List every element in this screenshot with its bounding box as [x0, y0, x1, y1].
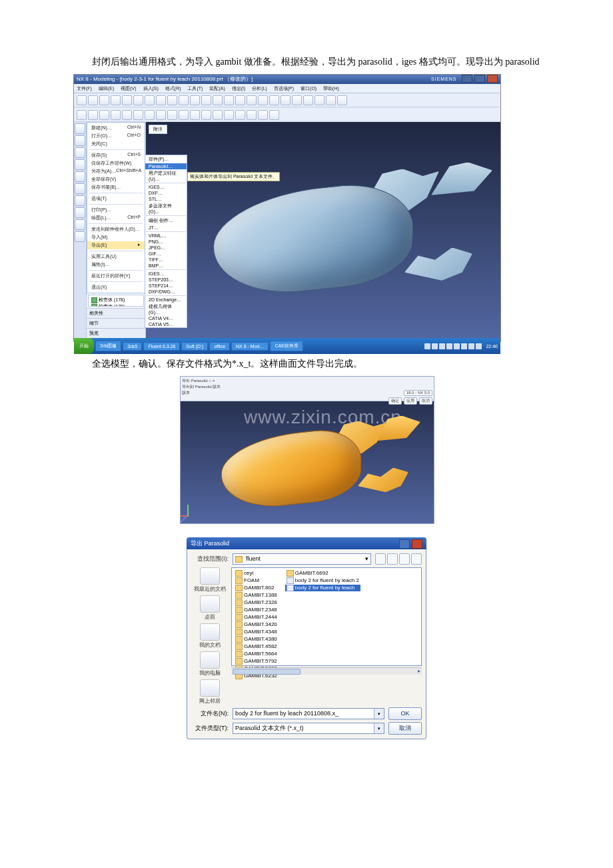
file-item[interactable]: GAMBIT.2328 — [234, 599, 279, 606]
look-in-select[interactable]: fluent ▾ — [233, 553, 371, 565]
toolbar-icon[interactable] — [213, 95, 223, 105]
submenu-item[interactable]: GIF… — [145, 251, 187, 257]
menu-item-export[interactable]: 导出(E)▸ — [87, 241, 145, 249]
submenu-item[interactable]: BMP… — [145, 263, 187, 269]
toolbar-icon[interactable] — [179, 95, 189, 105]
nx-toolbar-1[interactable] — [74, 93, 500, 107]
taskbar-button[interactable]: office — [209, 342, 230, 351]
menu-item[interactable]: 保存(S)Ctrl+S — [87, 151, 145, 159]
vtab-icon[interactable] — [75, 195, 85, 206]
version-select[interactable]: 18.0 - NX 5.0 — [404, 390, 432, 396]
toolbar-icon[interactable] — [201, 95, 211, 105]
window-buttons[interactable] — [461, 73, 498, 86]
toolbar-icon[interactable] — [269, 95, 279, 105]
toolbar-icon[interactable] — [111, 110, 121, 120]
file-item[interactable]: GAMBIT.5664 — [234, 651, 279, 657]
vtab-icon[interactable] — [75, 183, 85, 194]
toolbar-icon[interactable] — [337, 95, 347, 105]
cancel-button[interactable]: 取消 — [388, 722, 422, 735]
file-item[interactable]: GAMBIT.2444 — [234, 614, 279, 621]
file-item[interactable]: ceyi — [234, 570, 279, 577]
toolbar-icon[interactable] — [156, 95, 166, 105]
vtab-icon[interactable] — [75, 147, 85, 158]
toolbar-icon[interactable] — [133, 110, 143, 120]
menu-format[interactable]: 格式(R) — [165, 86, 181, 91]
submenu-item[interactable]: IGES… — [145, 184, 187, 190]
start-button[interactable]: 开始 — [74, 338, 94, 354]
vtab-icon[interactable] — [75, 219, 85, 230]
menu-view[interactable]: 视图(V) — [121, 86, 136, 91]
submenu-item[interactable]: JT… — [145, 225, 187, 231]
submenu-item[interactable]: TIFF… — [145, 257, 187, 263]
view-icon[interactable] — [411, 553, 422, 565]
menu-item[interactable]: 新建(N)…Ctrl+N — [87, 124, 145, 132]
toolbar-icon[interactable] — [179, 110, 189, 120]
horizontal-scrollbar[interactable]: ▸ — [231, 667, 422, 675]
file-item[interactable]: GAMBIT.802 — [234, 585, 279, 591]
toolbar-icon[interactable] — [247, 95, 257, 105]
toolbar-icon[interactable] — [167, 110, 177, 120]
help-icon[interactable] — [399, 539, 410, 549]
menu-insert[interactable]: 插入(S) — [143, 86, 159, 91]
file-item[interactable]: GAMBIT.4380 — [234, 636, 279, 643]
feature-tree[interactable]: 检查体 (178) 检查体 (179) 检查体 (180) 检查体 (181) … — [88, 295, 144, 307]
save-file-dialog[interactable]: 导出 Parasolid 查找范围(I): fluent ▾ 我最近的文档 — [187, 537, 426, 739]
dropdown-icon[interactable]: ▾ — [374, 723, 384, 733]
file-item[interactable]: GAMBIT.3420 — [234, 621, 279, 628]
menu-help[interactable]: 帮助(H) — [323, 86, 339, 91]
menu-assembly[interactable]: 装配(A) — [209, 86, 225, 91]
toolbar-icon[interactable] — [201, 110, 211, 120]
menu-item[interactable]: 导入(M) — [87, 233, 145, 241]
toolbar-icon[interactable] — [213, 110, 223, 120]
submenu-item[interactable]: IGES… — [145, 271, 187, 277]
submenu-item[interactable]: CATIA V5… — [145, 321, 187, 327]
vtab-icon[interactable] — [75, 171, 85, 182]
vtab-icon[interactable] — [75, 123, 85, 134]
vtab-icon[interactable] — [75, 231, 85, 242]
taskbar-button[interactable]: 3ds5 — [123, 342, 142, 351]
taskbar-button[interactable]: Soft (D:) — [181, 342, 208, 351]
submenu-item[interactable]: 多边形文件(O)… — [145, 202, 187, 215]
file-item[interactable]: GAMBIT.4582 — [234, 643, 279, 650]
place-computer[interactable]: 我的电脑 — [199, 651, 221, 677]
toolbar-icon[interactable] — [269, 110, 279, 120]
toolbar-icon[interactable] — [167, 95, 177, 105]
menu-item[interactable]: 打印(P)… — [87, 206, 145, 214]
menu-item[interactable]: 仅保存工作部件(W) — [87, 159, 145, 167]
taskbar-button[interactable]: Fluent 6.3.26 — [143, 342, 180, 351]
menu-item[interactable]: 另存为(A)…Ctrl+Shift+A — [87, 167, 145, 175]
submenu-item[interactable]: 建模几何体(G)… — [145, 303, 187, 315]
cancel-button[interactable]: 取消 — [419, 397, 432, 405]
menu-item[interactable]: 最近打开的部件(Y) — [87, 272, 145, 280]
tree-node[interactable]: 检查体 (179) — [90, 303, 142, 307]
apply-button[interactable]: 应用 — [404, 397, 417, 405]
submenu-item[interactable]: DXF/DWG… — [145, 289, 187, 295]
filename-input[interactable]: body 2 for fluent by leach 20110808.x_▾ — [233, 708, 384, 719]
file-item[interactable]: FOAM — [234, 577, 279, 584]
toolbar-icon[interactable] — [133, 95, 143, 105]
close-icon[interactable] — [487, 75, 498, 83]
submenu-item[interactable]: PNG… — [145, 239, 187, 245]
vtab-icon[interactable] — [75, 207, 85, 218]
menu-pref[interactable]: 首选项(P) — [274, 86, 294, 91]
file-item[interactable]: body 2 for fluent by leach 2 — [285, 577, 360, 584]
file-item[interactable]: GAMBIT.1388 — [234, 592, 279, 599]
menu-item[interactable]: 实用工具(U) — [87, 253, 145, 261]
export-parasolid-dialog[interactable]: 导出 Parasolid ○ × 导出到 Parasolid 版本 版本 18.… — [181, 377, 434, 401]
toolbar-icon[interactable] — [156, 110, 166, 120]
toolbar-icon[interactable] — [258, 110, 268, 120]
submenu-item[interactable]: STEP203… — [145, 277, 187, 283]
menu-tools[interactable]: 工具(T) — [187, 86, 203, 91]
export-submenu[interactable]: 部件(P)… Parasolid… 用户定义特征(U)… IGES… DXF… … — [145, 155, 187, 328]
toolbar-icon[interactable] — [111, 95, 121, 105]
submenu-item-parasolid[interactable]: Parasolid… — [145, 163, 187, 169]
tray-icon[interactable] — [476, 343, 482, 349]
place-desktop[interactable]: 桌面 — [200, 595, 220, 621]
menu-item[interactable]: 全部保存(V) — [87, 175, 145, 183]
submenu-item[interactable]: STEP214… — [145, 283, 187, 289]
tray-icon[interactable] — [439, 343, 445, 349]
taskbar-button[interactable]: NX 8 - Mod… — [231, 342, 269, 351]
new-folder-icon[interactable] — [399, 553, 410, 565]
nav-icons[interactable] — [375, 553, 422, 565]
up-icon[interactable] — [387, 553, 398, 565]
